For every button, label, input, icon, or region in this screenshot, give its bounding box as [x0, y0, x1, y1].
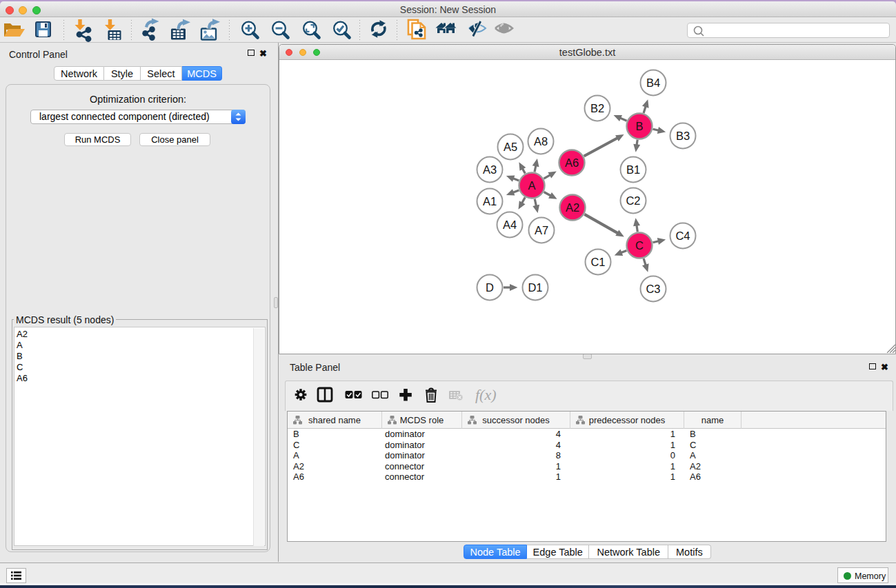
svg-text:B2: B2: [590, 102, 604, 114]
svg-text:C: C: [635, 239, 644, 252]
svg-text:D1: D1: [528, 281, 542, 294]
svg-text:A2: A2: [566, 201, 579, 214]
svg-text:A6: A6: [565, 156, 579, 169]
svg-text:C3: C3: [646, 283, 660, 295]
svg-text:A5: A5: [504, 141, 517, 153]
svg-text:B4: B4: [646, 77, 660, 89]
svg-text:A8: A8: [534, 135, 548, 148]
svg-text:A4: A4: [503, 219, 517, 231]
svg-text:A7: A7: [535, 224, 548, 236]
svg-text:A: A: [528, 179, 535, 192]
svg-text:C4: C4: [675, 230, 690, 242]
svg-text:C2: C2: [626, 194, 640, 207]
svg-text:A1: A1: [483, 195, 497, 207]
svg-text:A3: A3: [483, 163, 497, 176]
svg-text:D: D: [486, 281, 494, 294]
svg-text:B: B: [635, 120, 643, 132]
svg-text:C1: C1: [590, 256, 605, 268]
svg-text:B1: B1: [626, 163, 640, 176]
svg-text:B3: B3: [676, 130, 690, 142]
